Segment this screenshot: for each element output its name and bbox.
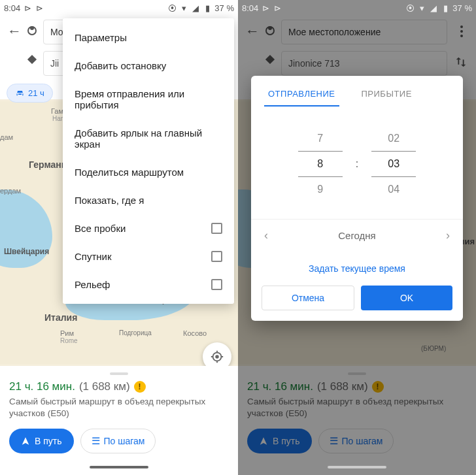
warning-icon: ! [372,381,384,393]
wifi-icon: ▾ [417,3,426,12]
status-icon: ⊳ [35,3,44,12]
route-subtitle: Самый быстрый маршрут в объезд перекрыты… [247,396,467,419]
map-label: Rome [60,337,78,344]
route-summary: 21 ч. 16 мин. (1 688 км) ! [247,380,467,393]
dialog-tabs: ОТПРАВЛЕНИЕ ПРИБЫТИЕ [251,76,463,106]
minute-prev[interactable]: 02 [371,126,416,151]
crosshair-icon [210,350,224,364]
map-label: ердам [0,187,21,195]
home-pill[interactable] [328,466,386,468]
checkbox[interactable] [211,251,222,262]
menu-traffic[interactable]: Все пробки [63,214,234,242]
route-distance: (1 688 км) [317,380,368,393]
menu-depart-arrive[interactable]: Время отправления или прибытия [63,80,234,119]
hour-column[interactable]: 7 8 9 [298,126,343,202]
list-icon: ☰ [92,435,100,447]
hour-prev[interactable]: 7 [298,126,343,151]
minute-selected[interactable]: 03 [371,151,416,177]
screen-left: Гамбург Hamburg дам ердам Германия Швейц… [0,0,238,475]
wifi-icon: ▾ [179,3,188,12]
date-next-button[interactable]: › [446,229,450,242]
nav-bar [0,461,238,474]
steps-button[interactable]: ☰ По шагам [80,429,156,453]
destination-input[interactable]: Jinonice 713 [281,51,447,76]
cancel-button[interactable]: Отмена [262,286,354,310]
checkbox[interactable] [211,223,222,234]
back-button[interactable]: ← [243,22,262,41]
status-icon: ⊳ [23,3,32,12]
menu-terrain[interactable]: Рельеф [63,270,234,299]
battery-icon: ▮ [203,3,212,12]
car-icon [15,88,25,98]
battery-text: 37 % [452,3,472,13]
minute-column[interactable]: 02 03 04 [371,126,416,202]
screen-right: Румыния (БЮРМ) 8:04 ⊳ ⊳ ⦿ ▾ ◢ ▮ 37 % ← М… [238,0,476,475]
route-duration: 21 ч. 16 мин. [9,380,75,393]
minute-next[interactable]: 04 [371,177,416,202]
date-label: Сегодня [338,230,376,241]
tab-arrival[interactable]: ПРИБЫТИЕ [358,82,416,106]
location-icon: ⦿ [167,3,177,12]
checkbox[interactable] [211,279,222,290]
back-button[interactable]: ← [5,22,24,41]
map-label: Швейцария [4,247,49,256]
tab-departure[interactable]: ОТПРАВЛЕНИЕ [264,82,339,106]
swap-icon[interactable] [454,55,468,69]
ok-button[interactable]: OK [361,286,452,310]
svg-point-0 [215,355,219,359]
menu-share-route[interactable]: Поделиться маршрутом [63,158,234,186]
navigate-icon [259,436,268,446]
sheet-handle[interactable] [110,372,128,375]
time-dialog: ОТПРАВЛЕНИЕ ПРИБЫТИЕ 7 8 9 : 02 03 04 ‹ … [251,76,463,321]
start-navigation-button[interactable]: В путь [9,429,74,453]
menu-show-me[interactable]: Показать, где я [63,186,234,214]
status-time: 8:04 [4,3,20,13]
list-icon: ☰ [330,435,338,447]
signal-icon: ◢ [191,3,200,12]
mode-chip-driving[interactable]: 21 ч [7,84,53,103]
hour-selected[interactable]: 8 [298,151,343,177]
battery-icon: ▮ [441,3,450,12]
home-pill[interactable] [90,466,148,468]
date-bar: ‹ Сегодня › [251,219,463,252]
map-label: Италия [44,312,77,323]
signal-icon: ◢ [429,3,438,12]
status-bar: 8:04 ⊳ ⊳ ⦿ ▾ ◢ ▮ 37 % [0,0,238,16]
steps-button[interactable]: ☰ По шагам [318,429,394,453]
status-bar: 8:04 ⊳ ⊳ ⦿ ▾ ◢ ▮ 37 % [238,0,476,16]
route-summary: 21 ч. 16 мин. (1 688 км) ! [9,380,229,393]
menu-add-stop[interactable]: Добавить остановку [63,52,234,80]
map-label: дам [0,133,13,141]
map-label: (БЮРМ) [421,345,446,352]
start-navigation-button[interactable]: В путь [247,429,312,453]
status-time: 8:04 [242,3,258,13]
warning-icon: ! [134,381,146,393]
menu-add-shortcut[interactable]: Добавить ярлык на главный экран [63,119,234,158]
route-sheet[interactable]: 21 ч. 16 мин. (1 688 км) ! Самый быстрый… [238,366,476,475]
route-duration: 21 ч. 16 мин. [247,380,313,393]
nav-bar [238,461,476,474]
battery-text: 37 % [214,3,234,13]
map-label: Косово [183,329,207,337]
route-subtitle: Самый быстрый маршрут в объезд перекрыты… [9,396,229,419]
route-distance: (1 688 км) [79,380,130,393]
overflow-menu-button[interactable] [454,24,469,39]
set-current-time-button[interactable]: Задать текущее время [251,252,463,279]
overflow-menu: Параметры Добавить остановку Время отпра… [63,18,234,304]
location-icon: ⦿ [405,3,415,12]
route-sheet[interactable]: 21 ч. 16 мин. (1 688 км) ! Самый быстрый… [0,366,238,475]
status-icon: ⊳ [261,3,270,12]
navigate-icon [21,436,30,446]
time-picker[interactable]: 7 8 9 : 02 03 04 [251,106,463,219]
map-label: Рим [60,329,74,337]
menu-satellite[interactable]: Спутник [63,242,234,270]
status-icon: ⊳ [273,3,282,12]
hour-next[interactable]: 9 [298,177,343,202]
map-label: Подгорица [119,329,152,336]
menu-options[interactable]: Параметры [63,24,234,52]
date-prev-button[interactable]: ‹ [264,229,268,242]
origin-input[interactable]: Мое местоположение [281,20,447,44]
time-colon: : [356,158,358,170]
sheet-handle[interactable] [348,372,366,375]
